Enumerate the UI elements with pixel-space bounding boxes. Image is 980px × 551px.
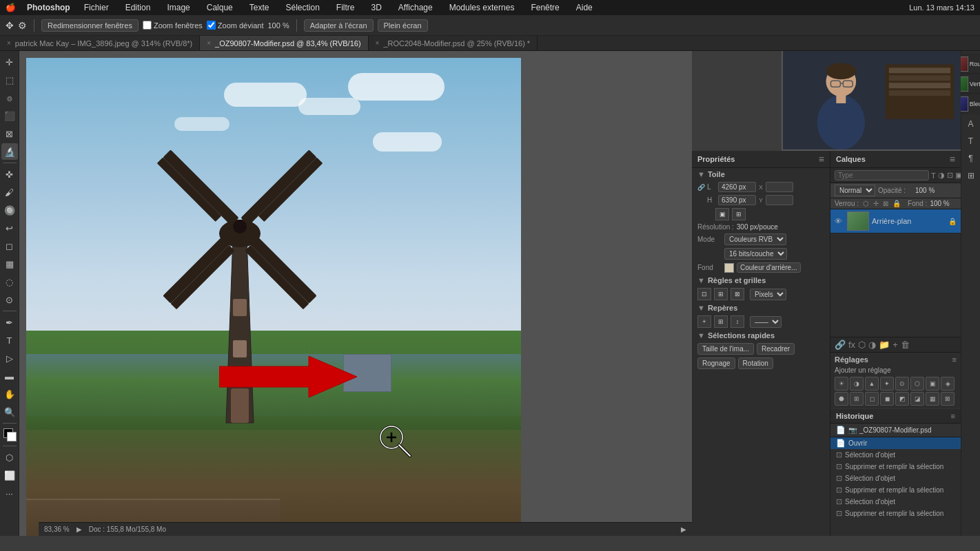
- status-triangle[interactable]: ▶: [76, 526, 82, 533]
- rep-style-select[interactable]: ——: [750, 316, 782, 328]
- filter-shape-icon[interactable]: ▣: [955, 171, 961, 180]
- rep-icon1[interactable]: +: [697, 315, 711, 328]
- lock-pixels[interactable]: ⬡: [861, 200, 870, 207]
- grid-icon1[interactable]: ⊡: [697, 288, 711, 300]
- move-tool[interactable]: ✛: [1, 54, 18, 70]
- tab-close-3[interactable]: ×: [376, 39, 380, 47]
- heal-tool[interactable]: ✜: [1, 166, 18, 183]
- bits-select[interactable]: 16 bits/couche: [724, 248, 787, 260]
- filter-type-icon[interactable]: T: [931, 171, 936, 180]
- unit-select[interactable]: Pixels: [750, 289, 786, 300]
- regles-section[interactable]: ▼ Règles et grilles: [692, 274, 830, 287]
- layers-search[interactable]: [835, 170, 929, 180]
- object-select-tool[interactable]: ⬛: [1, 107, 18, 124]
- tab-3[interactable]: × _ROC2048-Modifier.psd @ 25% (RVB/16) *: [369, 36, 538, 50]
- eyedropper-tool[interactable]: 🔬: [1, 143, 18, 160]
- apple-icon[interactable]: 🍎: [6, 3, 16, 12]
- taille-btn[interactable]: Taille de l'ima...: [697, 343, 754, 355]
- history-brush-tool[interactable]: ↩: [1, 220, 18, 236]
- fond-color-swatch[interactable]: [724, 263, 734, 273]
- lock-art[interactable]: ⊠: [881, 200, 890, 207]
- eye-arriere-plan[interactable]: 👁: [835, 217, 844, 225]
- thumb-icon2[interactable]: ⊞: [732, 208, 746, 220]
- quick-mask-tool[interactable]: ⬡: [1, 449, 18, 466]
- filter-adj-icon[interactable]: ◑: [938, 171, 945, 180]
- mode-select[interactable]: Couleurs RVB: [724, 233, 786, 245]
- tab-close-1[interactable]: ×: [7, 39, 11, 47]
- path-select-tool[interactable]: ▷: [1, 350, 18, 366]
- far-right-icon3[interactable]: ¶: [963, 151, 979, 166]
- hist-item-0[interactable]: 📄 Ouvrir: [830, 437, 961, 449]
- tab-2[interactable]: × _OZ90807-Modifier.psd @ 83,4% (RVB/16): [200, 36, 368, 50]
- hist-item-6[interactable]: ⊡ Supprimer et remplir la sélection: [830, 508, 961, 519]
- more-tools[interactable]: ···: [1, 485, 18, 501]
- reglage-exposure[interactable]: ⊙: [895, 377, 909, 391]
- delete-layer-btn[interactable]: 🗑: [901, 340, 910, 350]
- filter-smart-icon[interactable]: ⊡: [947, 171, 953, 180]
- link-layers-btn[interactable]: 🔗: [835, 340, 846, 350]
- eraser-tool[interactable]: ◻: [1, 238, 18, 254]
- reglage-poster[interactable]: ◩: [895, 392, 909, 406]
- marquee-tool[interactable]: ⬚: [1, 72, 18, 88]
- blend-mode-select[interactable]: Normal: [835, 185, 875, 196]
- reglage-chan[interactable]: ◻: [865, 392, 879, 406]
- menu-texte[interactable]: Texte: [247, 3, 272, 12]
- menu-calque[interactable]: Calque: [204, 3, 236, 12]
- brush-tool[interactable]: 🖌: [1, 184, 18, 200]
- stamp-tool[interactable]: 🔘: [1, 202, 18, 218]
- pen-tool[interactable]: ✒: [1, 314, 18, 331]
- zoom-deviant-checkbox[interactable]: [207, 21, 216, 30]
- menu-aide[interactable]: Aide: [573, 3, 595, 12]
- zoom-fenetres-checkbox[interactable]: [143, 21, 152, 30]
- width-input[interactable]: [718, 182, 756, 192]
- menu-fenetre[interactable]: Fenêtre: [528, 3, 562, 12]
- height-input[interactable]: [718, 195, 756, 205]
- new-adj-btn[interactable]: ◑: [868, 340, 876, 350]
- rep-icon3[interactable]: ↕: [731, 315, 744, 328]
- thumb-icon1[interactable]: ▣: [715, 208, 729, 220]
- reglage-curves[interactable]: ✦: [880, 377, 894, 391]
- tab-1[interactable]: × patrick Mac Kay – IMG_3896.jpeg @ 314%…: [0, 36, 200, 50]
- tab-close-2[interactable]: ×: [207, 39, 211, 47]
- grid-icon3[interactable]: ⊠: [731, 288, 744, 300]
- new-group-btn[interactable]: 📁: [879, 340, 890, 350]
- menu-edition[interactable]: Edition: [123, 3, 154, 12]
- reglage-brightness[interactable]: ☀: [835, 377, 848, 391]
- lock-all[interactable]: 🔒: [891, 200, 902, 207]
- new-layer-btn[interactable]: +: [892, 340, 898, 350]
- zoom-tool[interactable]: 🔍: [1, 404, 18, 420]
- shape-tool[interactable]: ▬: [1, 368, 18, 384]
- x-input[interactable]: [766, 182, 793, 192]
- redim-fenetres-button[interactable]: Redimensionner fenêtres: [41, 19, 139, 32]
- reglage-bw[interactable]: ⬣: [835, 392, 848, 406]
- hist-item-3[interactable]: ⊡ Sélection d'objet: [830, 472, 961, 484]
- gradient-tool[interactable]: ▦: [1, 256, 18, 272]
- layer-arriere-plan[interactable]: 👁 Arrière-plan 🔒: [830, 209, 961, 233]
- menu-3d[interactable]: 3D: [369, 3, 385, 12]
- hist-item-4[interactable]: ⊡ Supprimer et remplir la sélection: [830, 484, 961, 496]
- hand-tool[interactable]: ✋: [1, 386, 18, 402]
- reglage-select[interactable]: ⊠: [941, 392, 955, 406]
- menu-selection[interactable]: Sélection: [283, 3, 322, 12]
- menu-filtre[interactable]: Filtre: [334, 3, 358, 12]
- reglage-invert[interactable]: ◼: [880, 392, 894, 406]
- y-input[interactable]: [766, 195, 793, 205]
- status-navigate[interactable]: ▶: [681, 526, 686, 533]
- menu-modules[interactable]: Modules externes: [447, 3, 518, 12]
- grid-icon2[interactable]: ⊞: [714, 288, 728, 300]
- add-style-btn[interactable]: fx: [848, 340, 855, 350]
- rognage-btn[interactable]: Rognage: [697, 357, 735, 369]
- lock-pos[interactable]: ✛: [872, 200, 880, 207]
- menu-fichier[interactable]: Fichier: [81, 3, 112, 12]
- far-right-icon4[interactable]: ⊞: [963, 168, 979, 183]
- canvas-area[interactable]: 83,36 % ▶ Doc : 155,8 Mo/155,8 Mo ▶: [19, 51, 692, 536]
- reglage-thresh[interactable]: ◪: [910, 392, 924, 406]
- add-mask-btn[interactable]: ⬡: [858, 340, 866, 350]
- fond-btn[interactable]: Couleur d'arrière...: [737, 262, 801, 273]
- lasso-tool[interactable]: ⌾: [1, 90, 18, 106]
- historique-collapse[interactable]: ≡: [951, 412, 955, 420]
- reglage-vibrance[interactable]: ⬡: [910, 377, 924, 391]
- reglage-contrast[interactable]: ◑: [850, 377, 864, 391]
- hist-item-1[interactable]: ⊡ Sélection d'objet: [830, 449, 961, 461]
- selections-section[interactable]: ▼ Sélections rapides: [692, 329, 830, 342]
